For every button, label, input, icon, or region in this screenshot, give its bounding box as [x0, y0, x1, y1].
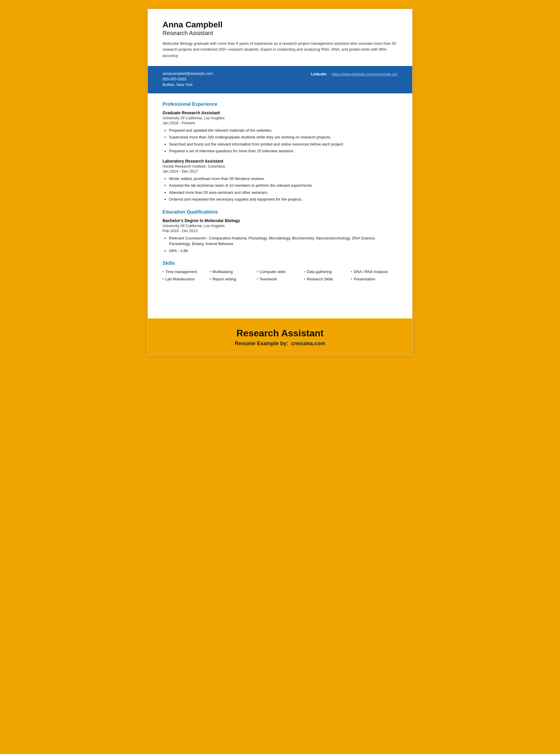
- edu-dates: Feb 2010 - Oct 2013: [162, 229, 398, 233]
- skill-item: • Research Skills: [304, 277, 351, 281]
- contact-email: annacampbell@example.com: [162, 71, 213, 76]
- date-range-2: Jan 2014 - Dec 2017: [162, 169, 398, 174]
- contact-location: Buffalo, New York: [162, 82, 213, 87]
- education-entry-1: Bachelor's Degree In Molecular Biology U…: [162, 218, 398, 254]
- skills-title: Skills: [162, 261, 398, 266]
- footer-brand: cresuma.com: [291, 340, 325, 346]
- skill-item: • Presentation: [351, 277, 398, 281]
- bullet: GPA:- 3.89: [169, 248, 398, 254]
- bullet: Ordered and requested the necessary supp…: [169, 196, 398, 202]
- skill-label: Time management: [165, 270, 197, 274]
- degree-title: Bachelor's Degree In Molecular Biology: [162, 218, 398, 223]
- edu-org: University Of California, Los Angeles: [162, 223, 398, 228]
- skill-label: Computer skills: [260, 270, 286, 274]
- bullet: Attended more than 50 area seminars and …: [169, 190, 398, 196]
- skill-label: Report writing: [213, 277, 236, 281]
- candidate-summary: Molecular Biology graduate with more tha…: [162, 41, 398, 59]
- experience-section: Professional Experience Graduate Researc…: [162, 102, 398, 202]
- skills-grid: • Time management • Multitasking • Compu…: [162, 270, 398, 283]
- footer-sub: Resume Example by: cresuma.com: [154, 340, 406, 347]
- contact-phone: 555-555-5555: [162, 77, 213, 81]
- footer-banner: Research Assistant Resume Example by: cr…: [148, 318, 412, 355]
- bullet-icon: •: [162, 277, 164, 281]
- resume-page: Anna Campbell Research Assistant Molecul…: [147, 9, 413, 355]
- skill-item: • Computer skills: [257, 270, 304, 274]
- linkedin-label: LinkedIn: [311, 72, 326, 76]
- job-bullets-2: Wrote, edited, proofread more than 50 li…: [162, 176, 398, 202]
- skill-label: Presentation: [354, 277, 375, 281]
- resume-header: Anna Campbell Research Assistant Molecul…: [148, 9, 412, 66]
- bullet: Wrote, edited, proofread more than 50 li…: [169, 176, 398, 182]
- bullet: Assisted the lab technician team of 10 m…: [169, 183, 398, 188]
- skill-item: • Teamwork: [257, 277, 304, 281]
- bullet-icon: •: [351, 270, 352, 273]
- bullet-icon: •: [257, 270, 258, 273]
- job-entry-1: Graduate Research Assistant University O…: [162, 111, 398, 154]
- bullet-icon: •: [257, 277, 258, 281]
- skill-item: • Report writing: [209, 277, 257, 281]
- bullet: Relevant Coursework:- Comparative Anatom…: [169, 235, 398, 247]
- candidate-name: Anna Campbell: [162, 20, 398, 30]
- date-range-1: Jan 2018 - Present: [162, 121, 398, 125]
- bullet: Supervised more than 200 undergraduate s…: [169, 134, 398, 140]
- skill-label: Data gathering: [307, 270, 332, 274]
- contact-left: annacampbell@example.com 555-555-5555 Bu…: [162, 71, 213, 88]
- bullet-icon: •: [351, 277, 352, 281]
- skill-item: • Lab Maintenance: [162, 277, 209, 281]
- footer-title: Research Assistant: [154, 328, 406, 339]
- org-name-2: Honda Research Institute, Columbus: [162, 164, 398, 168]
- contact-bar: annacampbell@example.com 555-555-5555 Bu…: [148, 66, 412, 93]
- experience-title: Professional Experience: [162, 102, 398, 107]
- skill-label: Teamwork: [260, 277, 277, 281]
- job-title-1: Graduate Research Assistant: [162, 111, 398, 115]
- footer-sub-label: Resume Example by:: [235, 340, 288, 346]
- skill-label: Research Skills: [307, 277, 333, 281]
- contact-linkedin: LinkedIn - https://www.linkedin.com/in/s…: [311, 71, 398, 76]
- job-entry-2: Laboratory Research Assistant Honda Rese…: [162, 159, 398, 202]
- education-title: Education Qualifications: [162, 210, 398, 215]
- bullet-icon: •: [304, 277, 305, 281]
- skill-item: • Multitasking: [209, 270, 257, 274]
- bullet-icon: •: [304, 270, 305, 273]
- skills-row-2: • Lab Maintenance • Report writing • Tea…: [162, 277, 398, 281]
- education-section: Education Qualifications Bachelor's Degr…: [162, 210, 398, 254]
- candidate-title: Research Assistant: [162, 30, 398, 37]
- job-bullets-1: Prepared and updated the relevant materi…: [162, 127, 398, 154]
- skill-label: Lab Maintenance: [165, 277, 195, 281]
- skills-section: Skills • Time management • Multitasking …: [162, 261, 398, 283]
- linkedin-separator: -: [328, 72, 330, 76]
- linkedin-url[interactable]: https://www.linkedin.com/in/sample-url/: [332, 72, 398, 76]
- skill-label: DNA / RNA Analysis: [354, 270, 388, 274]
- bullet: Prepared and updated the relevant materi…: [169, 127, 398, 134]
- skills-row-1: • Time management • Multitasking • Compu…: [162, 270, 398, 274]
- bullet: Prepared a set of interview questions fo…: [169, 148, 398, 154]
- resume-body: Professional Experience Graduate Researc…: [148, 93, 412, 301]
- skill-item: • Time management: [162, 270, 209, 274]
- skill-label: Multitasking: [213, 270, 233, 274]
- edu-bullets: Relevant Coursework:- Comparative Anatom…: [162, 235, 398, 254]
- job-title-2: Laboratory Research Assistant: [162, 159, 398, 163]
- bullet-icon: •: [209, 277, 211, 281]
- bullet-icon: •: [209, 270, 211, 273]
- skill-item: • DNA / RNA Analysis: [351, 270, 398, 274]
- org-name-1: University Of California, Los Angeles: [162, 116, 398, 120]
- bullet: Searched and found out the relevant info…: [169, 141, 398, 147]
- skill-item: • Data gathering: [304, 270, 351, 274]
- bullet-icon: •: [162, 270, 164, 273]
